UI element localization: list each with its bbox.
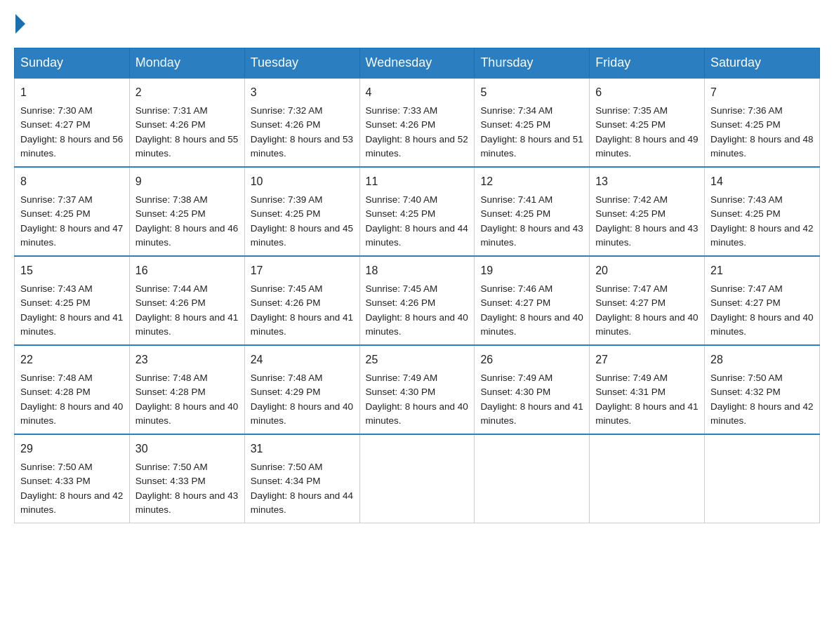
day-number: 23 bbox=[135, 351, 239, 368]
day-number: 15 bbox=[20, 262, 124, 279]
calendar-cell bbox=[475, 434, 590, 523]
day-number: 6 bbox=[595, 84, 699, 101]
day-number: 31 bbox=[251, 441, 354, 457]
calendar-cell bbox=[590, 434, 705, 523]
calendar-cell: 29Sunrise: 7:50 AMSunset: 4:33 PMDayligh… bbox=[15, 434, 130, 523]
day-header-row: SundayMondayTuesdayWednesdayThursdayFrid… bbox=[15, 48, 820, 79]
day-number: 9 bbox=[135, 173, 239, 190]
week-row-1: 1Sunrise: 7:30 AMSunset: 4:27 PMDaylight… bbox=[15, 78, 820, 167]
calendar-cell: 28Sunrise: 7:50 AMSunset: 4:32 PMDayligh… bbox=[705, 345, 820, 434]
day-number: 19 bbox=[480, 262, 583, 279]
day-number: 10 bbox=[251, 173, 354, 190]
calendar-cell: 6Sunrise: 7:35 AMSunset: 4:25 PMDaylight… bbox=[590, 78, 705, 167]
day-number: 27 bbox=[595, 351, 699, 368]
day-header-tuesday: Tuesday bbox=[244, 48, 359, 79]
calendar-cell bbox=[705, 434, 820, 523]
day-number: 29 bbox=[20, 441, 124, 457]
day-number: 20 bbox=[595, 262, 699, 279]
logo-triangle-icon bbox=[15, 14, 25, 34]
day-number: 11 bbox=[366, 173, 469, 190]
day-number: 14 bbox=[710, 173, 814, 190]
day-number: 30 bbox=[135, 441, 239, 457]
day-number: 1 bbox=[20, 84, 124, 101]
calendar-cell bbox=[359, 434, 475, 523]
day-number: 2 bbox=[135, 84, 239, 101]
calendar-cell: 11Sunrise: 7:40 AMSunset: 4:25 PMDayligh… bbox=[359, 167, 475, 256]
calendar-cell: 19Sunrise: 7:46 AMSunset: 4:27 PMDayligh… bbox=[475, 256, 590, 345]
calendar-cell: 9Sunrise: 7:38 AMSunset: 4:25 PMDaylight… bbox=[129, 167, 244, 256]
calendar-cell: 20Sunrise: 7:47 AMSunset: 4:27 PMDayligh… bbox=[590, 256, 705, 345]
calendar-cell: 22Sunrise: 7:48 AMSunset: 4:28 PMDayligh… bbox=[15, 345, 130, 434]
calendar-cell: 4Sunrise: 7:33 AMSunset: 4:26 PMDaylight… bbox=[359, 78, 475, 167]
calendar-cell: 1Sunrise: 7:30 AMSunset: 4:27 PMDaylight… bbox=[15, 78, 130, 167]
calendar-cell: 5Sunrise: 7:34 AMSunset: 4:25 PMDaylight… bbox=[475, 78, 590, 167]
day-number: 17 bbox=[251, 262, 354, 279]
day-number: 22 bbox=[20, 351, 124, 368]
day-header-wednesday: Wednesday bbox=[359, 48, 475, 79]
calendar-cell: 21Sunrise: 7:47 AMSunset: 4:27 PMDayligh… bbox=[705, 256, 820, 345]
calendar-cell: 13Sunrise: 7:42 AMSunset: 4:25 PMDayligh… bbox=[590, 167, 705, 256]
calendar-body: 1Sunrise: 7:30 AMSunset: 4:27 PMDaylight… bbox=[15, 78, 820, 523]
calendar-cell: 10Sunrise: 7:39 AMSunset: 4:25 PMDayligh… bbox=[244, 167, 359, 256]
day-number: 16 bbox=[135, 262, 239, 279]
calendar-table: SundayMondayTuesdayWednesdayThursdayFrid… bbox=[14, 48, 820, 523]
week-row-5: 29Sunrise: 7:50 AMSunset: 4:33 PMDayligh… bbox=[15, 434, 820, 523]
day-number: 25 bbox=[366, 351, 469, 368]
calendar-cell: 26Sunrise: 7:49 AMSunset: 4:30 PMDayligh… bbox=[475, 345, 590, 434]
page-header bbox=[14, 14, 820, 34]
day-number: 28 bbox=[710, 351, 814, 368]
day-number: 7 bbox=[710, 84, 814, 101]
calendar-cell: 24Sunrise: 7:48 AMSunset: 4:29 PMDayligh… bbox=[244, 345, 359, 434]
day-number: 21 bbox=[710, 262, 814, 279]
day-header-monday: Monday bbox=[129, 48, 244, 79]
calendar-cell: 12Sunrise: 7:41 AMSunset: 4:25 PMDayligh… bbox=[475, 167, 590, 256]
calendar-cell: 23Sunrise: 7:48 AMSunset: 4:28 PMDayligh… bbox=[129, 345, 244, 434]
calendar-cell: 8Sunrise: 7:37 AMSunset: 4:25 PMDaylight… bbox=[15, 167, 130, 256]
calendar-cell: 15Sunrise: 7:43 AMSunset: 4:25 PMDayligh… bbox=[15, 256, 130, 345]
calendar-cell: 7Sunrise: 7:36 AMSunset: 4:25 PMDaylight… bbox=[705, 78, 820, 167]
day-number: 13 bbox=[595, 173, 699, 190]
calendar-cell: 14Sunrise: 7:43 AMSunset: 4:25 PMDayligh… bbox=[705, 167, 820, 256]
calendar-header: SundayMondayTuesdayWednesdayThursdayFrid… bbox=[15, 48, 820, 79]
calendar-cell: 17Sunrise: 7:45 AMSunset: 4:26 PMDayligh… bbox=[244, 256, 359, 345]
calendar-cell: 25Sunrise: 7:49 AMSunset: 4:30 PMDayligh… bbox=[359, 345, 475, 434]
day-number: 26 bbox=[480, 351, 583, 368]
calendar-cell: 31Sunrise: 7:50 AMSunset: 4:34 PMDayligh… bbox=[244, 434, 359, 523]
day-header-saturday: Saturday bbox=[705, 48, 820, 79]
calendar-cell: 18Sunrise: 7:45 AMSunset: 4:26 PMDayligh… bbox=[359, 256, 475, 345]
day-number: 24 bbox=[251, 351, 354, 368]
day-number: 3 bbox=[251, 84, 354, 101]
calendar-cell: 30Sunrise: 7:50 AMSunset: 4:33 PMDayligh… bbox=[129, 434, 244, 523]
day-header-sunday: Sunday bbox=[15, 48, 130, 79]
logo bbox=[14, 14, 27, 34]
day-header-thursday: Thursday bbox=[475, 48, 590, 79]
calendar-cell: 27Sunrise: 7:49 AMSunset: 4:31 PMDayligh… bbox=[590, 345, 705, 434]
week-row-3: 15Sunrise: 7:43 AMSunset: 4:25 PMDayligh… bbox=[15, 256, 820, 345]
day-number: 8 bbox=[20, 173, 124, 190]
day-header-friday: Friday bbox=[590, 48, 705, 79]
calendar-cell: 2Sunrise: 7:31 AMSunset: 4:26 PMDaylight… bbox=[129, 78, 244, 167]
week-row-4: 22Sunrise: 7:48 AMSunset: 4:28 PMDayligh… bbox=[15, 345, 820, 434]
day-number: 5 bbox=[480, 84, 583, 101]
day-number: 12 bbox=[480, 173, 583, 190]
day-number: 18 bbox=[366, 262, 469, 279]
week-row-2: 8Sunrise: 7:37 AMSunset: 4:25 PMDaylight… bbox=[15, 167, 820, 256]
day-number: 4 bbox=[366, 84, 469, 101]
calendar-cell: 16Sunrise: 7:44 AMSunset: 4:26 PMDayligh… bbox=[129, 256, 244, 345]
calendar-cell: 3Sunrise: 7:32 AMSunset: 4:26 PMDaylight… bbox=[244, 78, 359, 167]
